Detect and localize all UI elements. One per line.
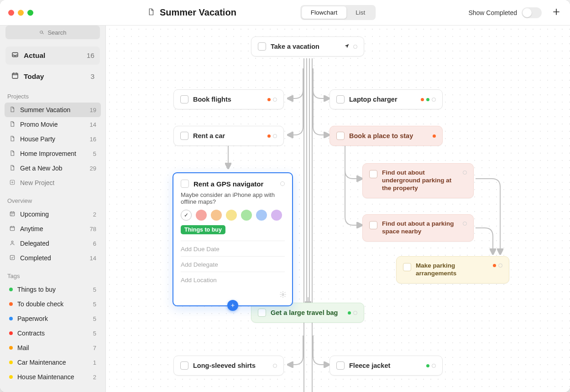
tab-list[interactable]: List (346, 6, 374, 19)
color-swatch[interactable] (196, 210, 207, 221)
search-input[interactable]: Search (5, 26, 100, 39)
editor-title[interactable]: Rent a GPS navigator (193, 180, 263, 188)
checkbox[interactable] (369, 221, 377, 229)
document-icon (9, 121, 16, 129)
sidebar-project-item[interactable]: Summer Vacation19 (5, 103, 101, 117)
sidebar-tag-item[interactable]: House Maintenance2 (5, 370, 101, 384)
tags-section-label: Tags (7, 273, 98, 279)
checkbox[interactable] (258, 309, 266, 317)
node-rent-a-car[interactable]: Rent a car (173, 126, 284, 146)
sidebar-item-label: House Maintenance (17, 373, 74, 381)
sidebar-project-item[interactable]: House Party16 (5, 132, 101, 146)
checkbox[interactable] (180, 361, 188, 370)
checkbox[interactable] (180, 132, 188, 140)
node-book-flights[interactable]: Book flights (173, 89, 284, 109)
color-swatch[interactable] (241, 210, 252, 221)
field-delegate[interactable]: Add Delegate (181, 256, 285, 268)
node-label: Find out about underground parking at th… (382, 169, 458, 192)
sidebar-tag-item[interactable]: Mail7 (5, 340, 101, 355)
document-icon (9, 135, 16, 143)
location-icon[interactable] (344, 43, 350, 50)
zoom-icon[interactable] (27, 10, 33, 15)
tag-color-icon (9, 346, 13, 350)
sidebar-tag-item[interactable]: Things to buy5 (5, 282, 101, 297)
sidebar-item-count: 78 (88, 226, 96, 232)
checkbox[interactable] (258, 42, 266, 51)
node-book-place[interactable]: Book a place to stay (329, 126, 443, 146)
projects-section-label: Projects (7, 93, 98, 100)
node-laptop-charger[interactable]: Laptop charger (329, 89, 443, 109)
tag-color-icon (9, 361, 13, 364)
sidebar-overview-item[interactable]: Completed14 (5, 251, 101, 265)
node-parking-nearby[interactable]: Find out about a parking space nearby (362, 214, 474, 242)
svg-rect-4 (10, 226, 14, 230)
color-swatch[interactable]: ✓ (181, 210, 192, 221)
svg-point-7 (282, 294, 284, 295)
checkbox[interactable] (181, 180, 189, 188)
tag-color-icon (9, 317, 13, 320)
checkbox[interactable] (336, 132, 345, 140)
sidebar-project-item[interactable]: Get a New Job29 (5, 161, 101, 175)
sidebar-overview-item[interactable]: Upcoming2 (5, 207, 101, 222)
editor-description[interactable]: Maybe consider an iPhone app with offlin… (181, 191, 285, 205)
sidebar-overview-item[interactable]: Anytime78 (5, 222, 101, 236)
add-button[interactable] (550, 5, 563, 20)
new-project[interactable]: New Project (5, 175, 101, 190)
checkbox[interactable] (369, 170, 377, 178)
tab-flowchart[interactable]: Flowchart (302, 6, 347, 19)
app-window: Search Actual 16 Today 3 Projects Summer… (0, 0, 570, 392)
svg-rect-6 (10, 255, 14, 259)
checkbox[interactable] (336, 361, 345, 370)
calendar-icon (11, 72, 19, 82)
sidebar-project-item[interactable]: Promo Movie14 (5, 117, 101, 132)
plus-icon (552, 7, 561, 16)
sidebar-overview-item[interactable]: Delegated6 (5, 236, 101, 251)
settings-button[interactable] (279, 291, 287, 300)
sidebar-item-count: 29 (88, 165, 96, 172)
status-dot (280, 181, 285, 186)
node-long-sleeved[interactable]: Long-sleeved shirts (173, 356, 284, 376)
sidebar-tag-item[interactable]: Contracts5 (5, 326, 101, 340)
node-editor[interactable]: Rent a GPS navigator Maybe consider an i… (173, 172, 293, 306)
flowchart-canvas[interactable]: Take a vacation Book flights Laptop char… (106, 26, 570, 392)
color-swatch[interactable] (211, 210, 222, 221)
node-fleece-jacket[interactable]: Fleece jacket (329, 356, 443, 376)
field-due-date[interactable]: Add Due Date (181, 241, 285, 253)
color-swatches: ✓ (181, 210, 285, 221)
quick-actual-count: 16 (87, 52, 94, 60)
sidebar-tag-item[interactable]: To double check5 (5, 297, 101, 311)
sidebar-item-label: Mail (17, 344, 29, 351)
close-icon[interactable] (8, 10, 14, 15)
color-swatch[interactable] (226, 210, 237, 221)
overview-section-label: Overview (7, 197, 98, 204)
add-child-button[interactable] (227, 300, 238, 311)
sidebar-tag-item[interactable]: Paperwork5 (5, 311, 101, 326)
color-swatch[interactable] (271, 210, 282, 221)
sidebar-item-label: Delegated (20, 240, 49, 247)
quick-today[interactable]: Today 3 (5, 67, 100, 86)
sidebar-project-item[interactable]: Home Improvement5 (5, 146, 101, 161)
tag-chip[interactable]: Things to buy (181, 225, 225, 234)
show-completed-toggle[interactable] (522, 7, 542, 18)
field-location[interactable]: Add Location (181, 272, 285, 284)
checkbox[interactable] (403, 263, 411, 271)
sidebar-item-count: 6 (88, 240, 96, 247)
node-parking-arrangements[interactable]: Make parking arrangements (396, 256, 509, 284)
checkbox[interactable] (180, 95, 188, 103)
document-icon (9, 165, 16, 172)
sidebar-tag-item[interactable]: Car Maintenance1 (5, 355, 101, 370)
minimize-icon[interactable] (18, 10, 24, 15)
check-icon: ✓ (184, 212, 188, 218)
node-take-vacation[interactable]: Take a vacation (251, 36, 364, 57)
checkbox[interactable] (336, 95, 345, 103)
tag-color-icon (9, 302, 13, 306)
check-square-icon (9, 254, 16, 262)
color-swatch[interactable] (256, 210, 267, 221)
node-label: Laptop charger (349, 96, 416, 103)
document-icon (9, 106, 16, 114)
quick-actual[interactable]: Actual 16 (5, 46, 100, 65)
sidebar-item-label: House Party (20, 135, 55, 143)
svg-rect-1 (12, 73, 18, 78)
sidebar-item-count: 14 (88, 255, 96, 262)
node-parking-underground[interactable]: Find out about underground parking at th… (362, 163, 474, 198)
